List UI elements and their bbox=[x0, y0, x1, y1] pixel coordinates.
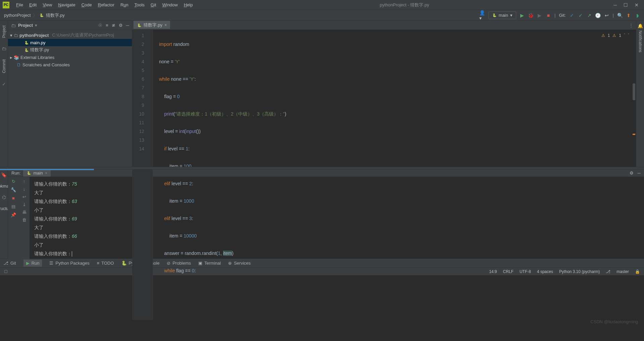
tree-external[interactable]: ▸ 📚 External Libraries bbox=[8, 54, 132, 61]
down-icon[interactable]: ↓ bbox=[23, 187, 25, 192]
error-stripe[interactable] bbox=[632, 30, 635, 320]
debug-icon[interactable]: 🐞 bbox=[528, 13, 534, 18]
tab-project[interactable]: Project bbox=[2, 23, 6, 40]
tool-run[interactable]: ▶Run bbox=[23, 260, 42, 267]
maximize-icon[interactable]: ☐ bbox=[624, 2, 628, 8]
menu-view[interactable]: View bbox=[40, 1, 55, 9]
close-icon[interactable]: × bbox=[45, 170, 48, 176]
project-view-icon[interactable]: 🗀 bbox=[11, 23, 16, 28]
git-rollback-icon[interactable]: ↩ bbox=[604, 13, 609, 18]
menu-navigate[interactable]: Navigate bbox=[55, 1, 78, 9]
menu-file[interactable]: File bbox=[13, 1, 26, 9]
tree-root[interactable]: ▾ 🗀 pythonProject C:\Users\六道通冥\PycharmP… bbox=[8, 31, 132, 39]
left-stripe: Project 🗀 Commit ✓ bbox=[0, 21, 8, 167]
up-icon[interactable]: ↑ bbox=[23, 179, 25, 184]
tree-scratches[interactable]: 🗋 Scratches and Consoles bbox=[8, 61, 132, 68]
warn-count: 1 bbox=[619, 31, 621, 40]
ide-update-icon[interactable]: ⬆ bbox=[626, 13, 631, 18]
menu-window[interactable]: Window bbox=[160, 1, 180, 9]
line-num: 14 bbox=[133, 144, 144, 153]
t: elif bbox=[164, 216, 170, 221]
root-name: pythonProject bbox=[19, 33, 49, 38]
git-push-icon[interactable]: ↗ bbox=[587, 13, 592, 18]
breadcrumb-file[interactable]: 猜数字.py bbox=[46, 12, 65, 18]
wrap-icon[interactable]: ↩ bbox=[22, 194, 26, 199]
t: 'Y' bbox=[175, 59, 180, 64]
chevron-down-icon[interactable]: ▾ bbox=[35, 23, 37, 28]
minimize-icon[interactable]: ─ bbox=[613, 2, 617, 8]
menu-run[interactable]: Run bbox=[118, 1, 131, 9]
hide-icon[interactable]: ─ bbox=[638, 170, 641, 176]
tab-commit[interactable]: Commit bbox=[2, 57, 6, 75]
chevron-up-icon[interactable]: ˆ bbox=[624, 31, 625, 40]
locate-icon[interactable]: ☉ bbox=[98, 23, 102, 28]
user-icon[interactable]: 👤▾ bbox=[480, 13, 485, 18]
branch-icon: ⎇ bbox=[3, 261, 8, 266]
commit-icon[interactable]: ✓ bbox=[1, 81, 7, 87]
structure-icon[interactable]: ⌬ bbox=[1, 195, 7, 200]
menu-tools[interactable]: Tools bbox=[132, 1, 147, 9]
t: 10000 bbox=[184, 233, 197, 238]
folder-icon[interactable]: 🗀 bbox=[1, 46, 7, 51]
git-history-icon[interactable]: 🕗 bbox=[595, 13, 601, 18]
code-area[interactable]: import random none = 'Y' while none == '… bbox=[153, 30, 636, 320]
hide-icon[interactable]: ─ bbox=[126, 23, 129, 28]
root-path: C:\Users\六道通冥\PycharmProj bbox=[52, 32, 114, 38]
inspection-badges[interactable]: ⚠1 ⚠1 ˆ ˇ bbox=[601, 31, 629, 40]
bookmark-icon[interactable]: 🔖 bbox=[1, 172, 7, 178]
project-tree[interactable]: ▾ 🗀 pythonProject C:\Users\六道通冥\PycharmP… bbox=[8, 30, 132, 70]
tab-close-icon[interactable]: × bbox=[164, 23, 167, 27]
menu-refactor[interactable]: Refactor bbox=[95, 1, 117, 9]
scroll-icon[interactable]: ⤓ bbox=[22, 202, 26, 207]
gear-icon[interactable]: ⚙ bbox=[119, 23, 123, 28]
scrollbar-thumb[interactable] bbox=[633, 83, 635, 100]
tree-file-main[interactable]: 🐍 main.py bbox=[8, 39, 132, 46]
bell-icon[interactable]: 🔔 bbox=[638, 23, 643, 28]
run-tab-main[interactable]: 🐍 main × bbox=[23, 169, 51, 177]
t: item = bbox=[159, 198, 184, 204]
editor-body[interactable]: 1 2 3 4 5 6 7 8 9 10 11 12 13 14 import … bbox=[132, 30, 636, 320]
trash-icon[interactable]: 🗑 bbox=[22, 217, 26, 222]
tool-git[interactable]: ⎇Git bbox=[3, 261, 16, 266]
run-configuration[interactable]: 🐍 main ▾ bbox=[488, 11, 516, 19]
search-icon[interactable]: 🔍 bbox=[617, 13, 623, 18]
stop-icon[interactable]: ■ bbox=[546, 13, 551, 18]
editor-tab-guess[interactable]: 🐍 猜数字.py × bbox=[133, 21, 170, 29]
breadcrumb-project[interactable]: pythonProject bbox=[4, 13, 31, 18]
collapse-icon[interactable]: ≢ bbox=[112, 23, 115, 28]
status-hide-icon[interactable]: ☐ bbox=[4, 269, 8, 274]
print-icon[interactable]: 🖶 bbox=[22, 210, 26, 215]
rerun-icon[interactable]: ↻ bbox=[12, 179, 15, 184]
git-update-icon[interactable]: ✓ bbox=[569, 13, 575, 18]
t: "请选择难度：1（初级）、2（中级）、3（高级）：" bbox=[175, 111, 284, 117]
t: random bbox=[172, 42, 189, 47]
menu-help[interactable]: Help bbox=[181, 1, 196, 9]
coverage-icon[interactable]: ▶ bbox=[537, 13, 542, 18]
t: import bbox=[159, 42, 172, 47]
splitter[interactable] bbox=[0, 167, 644, 169]
python-file-icon: 🐍 bbox=[24, 40, 29, 45]
stop-icon[interactable]: ■ bbox=[12, 196, 15, 201]
menu-edit[interactable]: Edit bbox=[26, 1, 39, 9]
t: answer = random.randint( bbox=[159, 251, 218, 256]
t: none == bbox=[170, 76, 190, 82]
tool-todo[interactable]: ≡TODO bbox=[97, 261, 114, 266]
git-commit-icon[interactable]: ✓ bbox=[578, 13, 583, 18]
tool-pypackages[interactable]: ☰Python Packages bbox=[49, 261, 89, 266]
code-with-me-icon[interactable]: ◗ bbox=[635, 13, 640, 18]
tree-file-guess[interactable]: 🐍 猜数字.py bbox=[8, 46, 132, 54]
t: 3 bbox=[189, 216, 192, 221]
editor-menu-icon[interactable]: ⋮ bbox=[629, 23, 636, 28]
settings-icon[interactable]: 🔧 bbox=[11, 187, 16, 192]
chevron-down-icon[interactable]: ˇ bbox=[628, 31, 629, 40]
t: 请输入你猜的数： bbox=[34, 216, 72, 221]
expand-icon[interactable]: ≡ bbox=[106, 23, 108, 28]
menu-code[interactable]: Code bbox=[79, 1, 95, 9]
pin-icon[interactable]: 📌 bbox=[11, 212, 16, 217]
main-area: Project 🗀 Commit ✓ 🗀 Project ▾ ☉ ≡ ≢ ⚙ ─… bbox=[0, 21, 644, 167]
layout-icon[interactable]: ▤ bbox=[11, 204, 15, 209]
menu-git[interactable]: Git bbox=[148, 1, 159, 9]
close-icon[interactable]: ✕ bbox=[635, 2, 639, 8]
run-tools-secondary: ↑ ↓ ↩ ⤓ 🖶 🗑 bbox=[19, 177, 30, 261]
run-icon[interactable]: ▶ bbox=[520, 13, 525, 18]
